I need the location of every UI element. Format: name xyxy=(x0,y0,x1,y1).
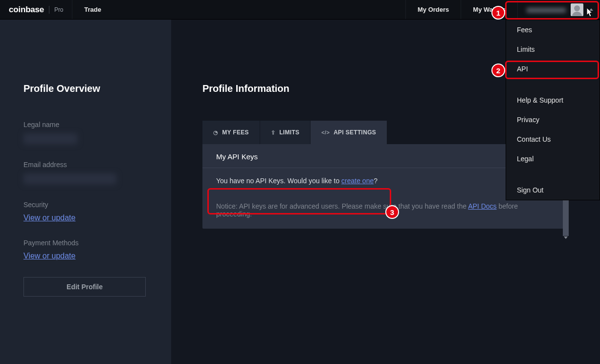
api-docs-link[interactable]: API Docs xyxy=(468,202,496,210)
username-obscured xyxy=(527,8,566,13)
dd-legal[interactable]: Legal xyxy=(506,149,600,169)
dd-fees-label: Fees xyxy=(517,26,532,34)
dd-api-label: API xyxy=(517,65,528,73)
nav-spacer xyxy=(113,0,405,19)
brand-logo[interactable]: coinbase Pro xyxy=(0,0,72,19)
dd-fees[interactable]: Fees xyxy=(506,20,600,40)
upload-icon: ⇪ xyxy=(271,129,275,136)
dd-help[interactable]: Help & Support xyxy=(506,90,600,110)
panel-title: My API Keys xyxy=(216,152,258,161)
dd-signout[interactable]: Sign Out xyxy=(506,180,600,200)
nav-my-wallets-label: My Wallets xyxy=(473,6,506,13)
user-dropdown: Fees Limits API Help & Support Privacy C… xyxy=(506,20,600,200)
tab-limits[interactable]: ⇪ LIMITS xyxy=(260,121,311,144)
dd-legal-label: Legal xyxy=(517,155,533,163)
gauge-icon: ◔ xyxy=(213,129,218,136)
dd-divider-2 xyxy=(506,169,600,180)
tab-my-fees-label: MY FEES xyxy=(222,129,249,136)
tab-api-settings-label: API SETTINGS xyxy=(333,129,376,136)
no-keys-prefix: You have no API Keys. Would you like to xyxy=(216,177,341,185)
nav-right-group: My Orders My Wallets xyxy=(405,0,600,19)
tab-limits-label: LIMITS xyxy=(279,129,299,136)
dd-limits[interactable]: Limits xyxy=(506,40,600,59)
dd-privacy-label: Privacy xyxy=(517,116,539,124)
dd-contact[interactable]: Contact Us xyxy=(506,129,600,149)
dd-limits-label: Limits xyxy=(517,45,535,53)
nav-my-wallets[interactable]: My Wallets xyxy=(461,0,517,19)
sidebar-title: Profile Overview xyxy=(23,83,148,94)
tab-api-settings[interactable]: </> API SETTINGS xyxy=(311,121,387,144)
legal-name-label: Legal name xyxy=(23,121,148,128)
sidebar: Profile Overview Legal name Email addres… xyxy=(0,20,171,364)
nav-trade[interactable]: Trade xyxy=(72,0,113,19)
nav-my-orders-label: My Orders xyxy=(418,6,449,13)
tab-my-fees[interactable]: ◔ MY FEES xyxy=(202,121,260,144)
dd-signout-label: Sign Out xyxy=(517,186,543,194)
dd-privacy[interactable]: Privacy xyxy=(506,110,600,129)
create-one-link[interactable]: create one xyxy=(341,177,374,185)
edit-profile-label: Edit Profile xyxy=(67,283,103,291)
avatar xyxy=(571,3,583,16)
brand-divider xyxy=(49,6,49,14)
edit-profile-button[interactable]: Edit Profile xyxy=(23,277,146,297)
no-keys-suffix: ? xyxy=(374,177,378,185)
email-label: Email address xyxy=(23,161,148,169)
chevron-up-icon xyxy=(589,8,593,11)
notice-prefix: Notice: API keys are for advanced users.… xyxy=(216,202,468,210)
dd-contact-label: Contact Us xyxy=(517,135,551,143)
nav-trade-label: Trade xyxy=(84,6,101,13)
code-icon: </> xyxy=(321,129,330,135)
legal-name-value-obscured xyxy=(23,133,77,144)
nav-my-orders[interactable]: My Orders xyxy=(405,0,461,19)
email-value-obscured xyxy=(23,173,116,184)
security-link[interactable]: View or update xyxy=(23,214,75,222)
user-menu-trigger[interactable] xyxy=(517,0,600,19)
top-nav: coinbase Pro Trade My Orders My Wallets xyxy=(0,0,600,20)
dd-help-label: Help & Support xyxy=(517,96,563,104)
dd-api[interactable]: API xyxy=(506,59,600,79)
dd-divider xyxy=(506,79,600,90)
payment-methods-link[interactable]: View or update xyxy=(23,252,75,260)
brand-suffix: Pro xyxy=(54,6,63,13)
security-label: Security xyxy=(23,201,148,209)
brand-name: coinbase xyxy=(9,5,44,15)
payment-methods-label: Payment Methods xyxy=(23,239,148,247)
